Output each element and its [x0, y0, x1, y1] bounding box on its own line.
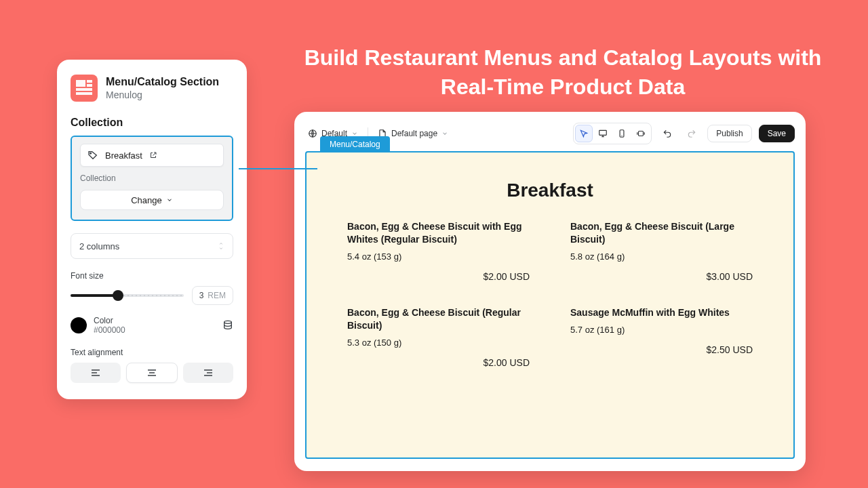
desktop-button[interactable] [594, 125, 612, 142]
preview-card: Default Default page [294, 112, 806, 471]
cursor-icon [579, 129, 589, 138]
desktop-icon [598, 129, 608, 138]
redo-icon [687, 129, 696, 138]
color-row[interactable]: Color #000000 [71, 316, 233, 336]
menu-item-price: $2.00 USD [347, 357, 530, 368]
menu-item-name: Bacon, Egg & Cheese Biscuit with Egg Whi… [347, 220, 530, 246]
align-right-button[interactable] [183, 363, 233, 383]
mobile-button[interactable] [613, 125, 631, 142]
canvas-section-tab[interactable]: Menu/Catalog [320, 136, 390, 152]
selected-collection-name: Breakfast [105, 150, 142, 161]
menu-item-weight: 5.8 oz (164 g) [570, 251, 753, 262]
align-right-icon [203, 367, 214, 378]
svg-point-1 [224, 321, 232, 324]
menu-item-name: Sausage McMuffin with Egg Whites [570, 306, 753, 319]
database-icon[interactable] [222, 320, 233, 331]
panel-subtitle: Menulog [106, 89, 219, 101]
panel-header: Menu/Catalog Section Menulog [71, 75, 233, 102]
menu-item-name: Bacon, Egg & Cheese Biscuit (Large Biscu… [570, 220, 753, 246]
chevron-down-icon [166, 197, 173, 203]
save-label: Save [768, 129, 786, 138]
menu-item-weight: 5.7 oz (161 g) [570, 325, 753, 335]
publish-label: Publish [716, 129, 743, 138]
external-link-icon [149, 151, 157, 159]
font-size-slider[interactable] [71, 289, 184, 302]
undo-button[interactable] [658, 125, 676, 142]
color-swatch[interactable] [71, 317, 87, 333]
change-button[interactable]: Change [80, 190, 224, 210]
menu-item-price: $2.00 USD [347, 271, 530, 282]
redo-button[interactable] [683, 125, 701, 142]
fullwidth-button[interactable] [632, 125, 650, 142]
font-size-value[interactable]: 3 REM [192, 286, 233, 305]
align-left-button[interactable] [71, 363, 121, 383]
menu-item[interactable]: Bacon, Egg & Cheese Biscuit with Egg Whi… [347, 220, 530, 282]
menu-item[interactable]: Bacon, Egg & Cheese Biscuit (Regular Bis… [347, 306, 530, 368]
menu-item[interactable]: Sausage McMuffin with Egg Whites 5.7 oz … [570, 306, 753, 368]
collection-heading: Collection [71, 117, 233, 129]
panel-title: Menu/Catalog Section [106, 75, 219, 88]
font-size-label: Font size [71, 271, 233, 281]
publish-button[interactable]: Publish [707, 125, 751, 142]
menu-grid: Bacon, Egg & Cheese Biscuit with Egg Whi… [334, 220, 766, 368]
menu-item-name: Bacon, Egg & Cheese Biscuit (Regular Bis… [347, 306, 530, 332]
menu-item-weight: 5.3 oz (150 g) [347, 338, 530, 348]
viewport-group [573, 123, 652, 144]
undo-icon [663, 129, 672, 138]
change-button-label: Change [131, 195, 162, 205]
connector-line [239, 168, 317, 169]
align-center-button[interactable] [126, 363, 178, 383]
save-button[interactable]: Save [759, 125, 795, 142]
menu-item-price: $3.00 USD [570, 271, 753, 282]
collection-sub-label: Collection [80, 174, 224, 183]
alignment-label: Text alignment [71, 348, 233, 357]
svg-point-0 [90, 153, 92, 155]
font-size-unit: REM [208, 291, 226, 300]
hero-heading: Build Restaurant Menus and Catalog Layou… [292, 43, 834, 102]
align-center-icon [146, 367, 157, 378]
align-left-icon [90, 367, 101, 378]
columns-select-label: 2 columns [79, 241, 119, 251]
tag-icon [87, 150, 98, 161]
menu-title: Breakfast [334, 180, 766, 201]
fullwidth-icon [636, 129, 646, 138]
menu-item[interactable]: Bacon, Egg & Cheese Biscuit (Large Biscu… [570, 220, 753, 282]
globe-icon [308, 129, 317, 138]
inspect-button[interactable] [575, 125, 593, 142]
chevron-down-icon [441, 130, 448, 137]
columns-select[interactable]: 2 columns [71, 233, 233, 259]
canvas[interactable]: Menu/Catalog Breakfast Bacon, Egg & Chee… [305, 151, 795, 459]
color-label: Color [94, 316, 216, 325]
svg-rect-3 [599, 130, 607, 135]
menu-item-price: $2.50 USD [570, 344, 753, 355]
svg-rect-5 [639, 131, 644, 136]
menu-item-weight: 5.4 oz (153 g) [347, 251, 530, 262]
font-size-number: 3 [199, 291, 204, 300]
color-hex: #000000 [94, 325, 216, 335]
mobile-icon [617, 129, 627, 138]
selected-collection-card[interactable]: Breakfast [80, 144, 224, 167]
stepper-icon [218, 241, 224, 251]
app-icon [71, 75, 98, 102]
settings-panel: Menu/Catalog Section Menulog Collection … [57, 60, 247, 399]
page-label: Default page [391, 129, 437, 138]
collection-box: Breakfast Collection Change [71, 136, 233, 221]
